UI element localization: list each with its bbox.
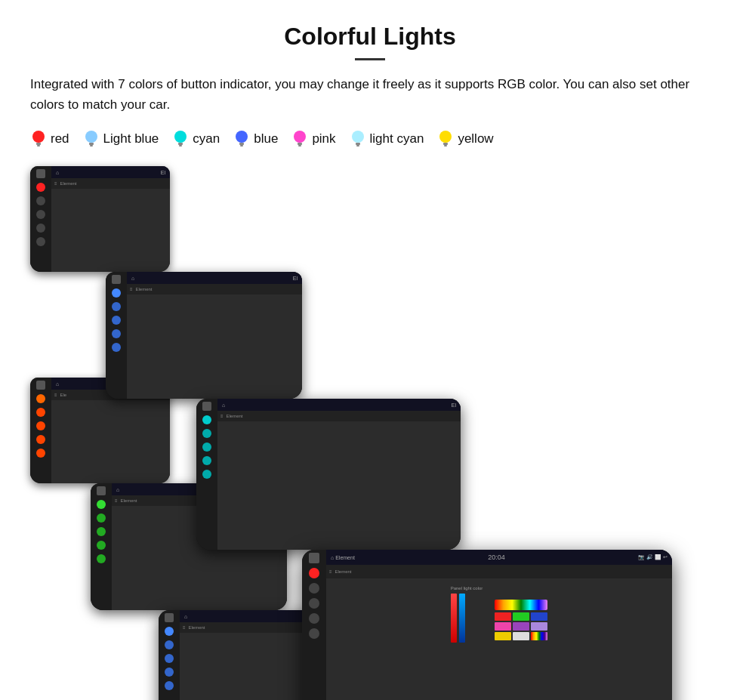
settings-icon-4 <box>309 628 319 639</box>
color-label-cyan: cyan <box>193 131 220 146</box>
back-icon-3 <box>202 443 211 452</box>
cyan-bulb-icon <box>172 128 189 150</box>
swatch-lavender-4 <box>531 622 547 631</box>
forward-icon-4 <box>309 613 319 624</box>
svg-rect-4 <box>89 143 94 145</box>
screen-3: ⌂ El ≡ Element <box>196 399 461 550</box>
bell-icon-2 <box>112 302 121 311</box>
bot-home-3 <box>165 613 174 622</box>
swatch-section-4 <box>495 600 547 640</box>
screen-4: ⌂ Element 20:04 📷 🔊 ⬜ ↩ ≡ Element Panel … <box>302 550 672 700</box>
color-item-lightblue: Light blue <box>83 128 159 150</box>
title-divider <box>355 58 385 60</box>
color-item-blue: blue <box>233 128 278 150</box>
color-list: red Light blue cyan <box>30 128 710 150</box>
top-device-row: ⌂ El ≡ Element <box>30 166 710 370</box>
svg-rect-8 <box>179 145 182 146</box>
topbar-1: ⌂ El <box>51 166 170 178</box>
bot-power-3 <box>165 627 174 636</box>
sidebar-2 <box>106 272 127 399</box>
swatch-yellow-4 <box>495 632 511 640</box>
svg-point-0 <box>32 131 45 143</box>
color-label-yellow: yellow <box>458 131 493 146</box>
svg-point-9 <box>236 131 248 143</box>
bot-fwd-3 <box>165 668 174 677</box>
svg-point-3 <box>85 131 97 143</box>
bot-set-3 <box>165 681 174 690</box>
svg-point-18 <box>439 131 452 143</box>
bot-back-2 <box>97 527 106 536</box>
forward-icon-3 <box>202 456 211 465</box>
bot-set-1 <box>36 449 45 458</box>
home-icon-2 <box>112 275 121 284</box>
nav-title-3: Element <box>227 414 243 418</box>
icons-4: 📷 🔊 ⬜ ↩ <box>638 554 668 560</box>
svg-rect-7 <box>178 143 183 145</box>
menu-icon-4: ≡ <box>329 569 332 574</box>
home-icon-3 <box>202 402 211 411</box>
pink-bulb-icon <box>291 128 308 150</box>
page-title: Colorful Lights <box>30 23 710 51</box>
page-container: Colorful Lights Integrated with 7 colors… <box>0 0 740 612</box>
svg-rect-2 <box>37 145 40 146</box>
description-text: Integrated with 7 colors of button indic… <box>30 74 710 115</box>
content-3 <box>217 421 461 550</box>
menu-icon-3: ≡ <box>220 414 224 418</box>
svg-rect-20 <box>444 145 447 146</box>
color-item-red: red <box>30 128 69 150</box>
power-icon-2 <box>112 288 121 298</box>
bot-home-2 <box>97 486 106 495</box>
svg-rect-13 <box>298 143 302 145</box>
forward-icon-1 <box>36 224 45 233</box>
menu-icon-2: ≡ <box>130 287 133 291</box>
nav-title-4: Element <box>335 569 352 574</box>
svg-point-15 <box>352 131 364 143</box>
bot-home-1 <box>36 381 45 390</box>
svg-rect-19 <box>443 143 448 145</box>
menu-icon-1: ≡ <box>54 181 57 186</box>
bar-red-4 <box>451 594 457 643</box>
main-3: ⌂ El ≡ Element <box>217 399 461 550</box>
nav-title-2: Element <box>136 287 153 291</box>
content-4: Panel light color <box>326 578 672 700</box>
color-item-pink: pink <box>291 128 335 150</box>
screen-2: ⌂ El ≡ Element <box>106 272 302 399</box>
swatch-purple-4 <box>513 622 529 631</box>
sidebar-1 <box>30 166 51 272</box>
home-btn-2: ⌂ <box>131 276 134 281</box>
back-icon-4 <box>309 598 319 609</box>
screen-1: ⌂ El ≡ Element <box>30 166 170 272</box>
home-icon-4 <box>309 553 319 563</box>
settings-icon-3 <box>202 470 211 479</box>
svg-rect-14 <box>298 145 301 146</box>
content-1 <box>51 189 170 272</box>
swatch-blue-4 <box>531 612 547 621</box>
navbar-4: ≡ Element <box>326 565 672 578</box>
settings-icon-2 <box>112 343 121 352</box>
forward-icon-2 <box>112 329 121 338</box>
panel-label-4: Panel light color <box>451 586 483 591</box>
topbar-2: ⌂ El <box>127 272 302 284</box>
home-btn-3: ⌂ <box>222 402 225 408</box>
bot-bell-2 <box>97 513 106 523</box>
content-2 <box>127 294 302 399</box>
bot-power-2 <box>97 500 106 509</box>
bot-bell-3 <box>165 640 174 649</box>
swatch-red-4 <box>495 612 511 621</box>
bell-icon-4 <box>309 583 319 594</box>
bot-bell-1 <box>36 408 45 417</box>
main-2: ⌂ El ≡ Element <box>127 272 302 399</box>
lightcyan-bulb-icon <box>350 128 366 150</box>
top-device-1: ⌂ El ≡ Element <box>30 166 170 272</box>
bar-blue-4 <box>459 594 465 643</box>
main-4: ⌂ Element 20:04 📷 🔊 ⬜ ↩ ≡ Element Panel … <box>326 550 672 700</box>
bot-content-1 <box>51 400 170 483</box>
navbar-3: ≡ Element <box>217 411 461 421</box>
swatch-white-4 <box>513 632 529 640</box>
title-1: El <box>161 170 165 175</box>
main-1: ⌂ El ≡ Element <box>51 166 170 272</box>
svg-rect-11 <box>240 145 243 146</box>
top-device-4: ⌂ Element 20:04 📷 🔊 ⬜ ↩ ≡ Element Panel … <box>302 550 672 700</box>
bell-icon-3 <box>202 429 211 438</box>
home-btn-1: ⌂ <box>56 170 59 175</box>
